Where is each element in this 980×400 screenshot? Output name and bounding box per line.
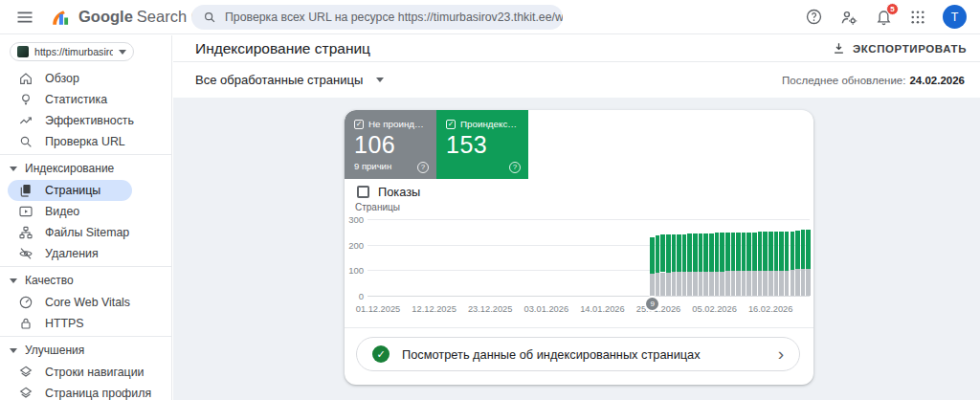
impressions-toggle[interactable]: Показы: [357, 185, 420, 199]
menu-icon[interactable]: [15, 8, 34, 27]
chart-bar-indexed: [752, 233, 757, 272]
not-indexed-card[interactable]: ✓ Не проиндексир… 106 9 причин ?: [345, 110, 436, 179]
sidebar-item-overview[interactable]: Обзор: [8, 68, 132, 89]
url-inspection-icon: [18, 134, 33, 149]
indexed-card[interactable]: ✓ Проиндексирова… 153 ?: [436, 110, 528, 179]
avatar[interactable]: T: [943, 5, 967, 29]
chart-bar-not-indexed: [742, 271, 746, 296]
chart-bar-not-indexed: [715, 272, 720, 296]
sidebar-item-https[interactable]: HTTPS: [8, 313, 132, 334]
x-axis-tick-label: 23.12.2025: [459, 304, 521, 314]
chart-bar-indexed: [779, 232, 784, 271]
sidebar-item-breadcrumbs[interactable]: Строки навигации: [8, 362, 132, 383]
y-axis-tick-label: 200: [345, 240, 364, 251]
sidebar-item-insights[interactable]: Статистика: [8, 89, 132, 110]
sidebar-item-sitemaps[interactable]: Файлы Sitemap: [8, 222, 132, 243]
section-label: Качество: [25, 274, 74, 287]
chart-bar-indexed: [682, 234, 687, 273]
not-indexed-reasons: 9 причин: [354, 161, 427, 171]
sidebar-item-video[interactable]: Видео: [8, 201, 132, 222]
profile-page-icon: [18, 386, 33, 400]
sidebar-section-3[interactable]: Улучшения: [0, 339, 171, 362]
sidebar-item-pages[interactable]: Страницы: [8, 180, 132, 201]
chart-bar-not-indexed: [758, 271, 763, 296]
impressions-label: Показы: [378, 185, 420, 199]
page-header: Индексирование страниц ЭКСПОРТИРОВАТЬ: [173, 35, 980, 62]
chart-gridline: [368, 219, 810, 220]
section-label: Индексирование: [25, 162, 114, 175]
footer-link-label: Посмотреть данные об индексированных стр…: [402, 347, 701, 362]
x-axis-tick-label: 12.12.2025: [404, 304, 465, 314]
help-icon[interactable]: ?: [417, 162, 429, 173]
sidebar-item-core-web-vitals[interactable]: Core Web Vitals: [8, 292, 132, 313]
divider: [0, 266, 171, 267]
view-indexed-data-link[interactable]: ✓ Посмотреть данные об индексированных с…: [356, 337, 800, 371]
chart-bar-not-indexed: [687, 272, 692, 296]
chart-bar-not-indexed: [731, 271, 736, 296]
chart-bar-indexed: [699, 233, 703, 272]
checkbox-unchecked-icon[interactable]: [357, 186, 369, 198]
https-icon: [18, 316, 33, 331]
divider: [0, 154, 171, 155]
chart-bar-indexed: [709, 233, 714, 272]
chart-bar-not-indexed: [709, 272, 714, 296]
search-icon: [203, 11, 216, 24]
y-axis-tick-label: 100: [345, 265, 364, 276]
performance-icon: [18, 113, 33, 128]
chart-bar-indexed: [656, 235, 660, 273]
page-title: Индексирование страниц: [195, 40, 370, 57]
chart-bar-not-indexed: [795, 269, 800, 296]
chart-bar-not-indexed: [785, 271, 790, 296]
x-axis-tick-label: 14.01.2026: [571, 304, 633, 314]
chart-bar-indexed: [693, 233, 698, 272]
download-icon: [832, 41, 846, 56]
last-update: Последнее обновление:24.02.2026: [782, 75, 965, 86]
chart-bar-indexed: [731, 233, 736, 271]
section-collapse-icon: [10, 167, 17, 171]
y-axis-tick-label: 300: [345, 214, 364, 225]
chevron-down-icon: [376, 78, 384, 82]
chart-bar-not-indexed: [752, 271, 757, 296]
section-collapse-icon: [10, 348, 17, 353]
chart-bar-indexed: [725, 233, 730, 271]
checkbox-checked-icon[interactable]: ✓: [354, 120, 364, 129]
sidebar-item-profile-page[interactable]: Страница профиля: [8, 383, 132, 400]
sidebar-section-2[interactable]: Качество: [0, 269, 171, 292]
processed-pages-filter[interactable]: Все обработанные страницы: [195, 73, 384, 87]
user-settings-icon[interactable]: [839, 8, 858, 27]
search-input[interactable]: [225, 11, 563, 24]
sidebar-item-url-inspection[interactable]: Проверка URL: [8, 131, 132, 152]
indexed-value: 153: [446, 131, 519, 159]
export-button[interactable]: ЭКСПОРТИРОВАТЬ: [832, 41, 967, 56]
chart-bar-not-indexed: [806, 269, 811, 296]
chart-bar-not-indexed: [656, 273, 660, 296]
chart-bar-not-indexed: [666, 273, 671, 297]
overview-icon: [18, 71, 33, 86]
chart-bar-not-indexed: [801, 269, 806, 296]
chart-bar-not-indexed: [693, 272, 698, 296]
notification-badge: 5: [886, 3, 899, 15]
not-indexed-title: Не проиндексир…: [368, 119, 427, 129]
sidebar-item-label: Страницы: [45, 184, 100, 197]
checkbox-checked-icon[interactable]: ✓: [446, 120, 456, 129]
help-icon[interactable]: [805, 8, 823, 26]
chart-bar-indexed: [774, 232, 779, 271]
chart-bar-not-indexed: [779, 271, 784, 296]
apps-grid-icon[interactable]: [909, 9, 926, 26]
check-circle-icon: ✓: [372, 345, 390, 363]
divider: [345, 327, 813, 328]
sidebar-section-1[interactable]: Индексирование: [0, 157, 171, 180]
chart-bar-indexed: [672, 234, 677, 273]
divider: [0, 336, 171, 337]
notifications-bell-icon[interactable]: 5: [875, 8, 893, 26]
sidebar-item-removals[interactable]: Удаления: [8, 243, 132, 264]
x-axis-tick-label: 01.12.2025: [347, 304, 409, 314]
url-inspection-searchbar[interactable]: [191, 5, 563, 30]
sidebar-item-performance[interactable]: Эффективность: [8, 110, 132, 131]
not-indexed-value: 106: [354, 131, 427, 159]
x-axis-tick-label: 05.02.2026: [684, 304, 746, 314]
section-label: Улучшения: [25, 344, 84, 357]
property-selector[interactable]: https://timurbasirov23.t...: [10, 42, 134, 61]
sidebar-item-label: Обзор: [45, 72, 79, 85]
help-icon[interactable]: ?: [509, 162, 521, 173]
